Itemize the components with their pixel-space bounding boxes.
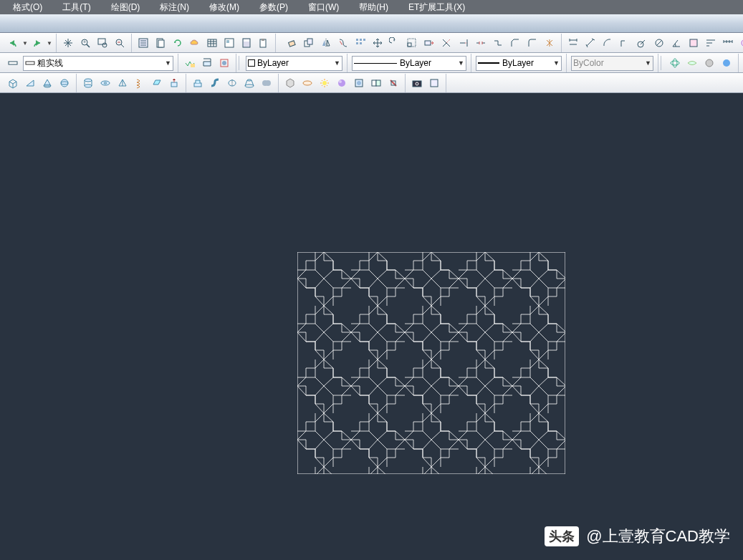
cloud-button[interactable]: [187, 35, 203, 51]
loft-button[interactable]: [241, 75, 257, 91]
material-button[interactable]: [334, 75, 350, 91]
menu-dimension[interactable]: 标注(N): [150, 0, 199, 15]
properties-button[interactable]: [135, 35, 151, 51]
zoom-window-button[interactable]: [95, 35, 110, 51]
cylinder-button[interactable]: [80, 75, 96, 91]
revolve-button[interactable]: [224, 75, 240, 91]
flatshot-button[interactable]: [409, 75, 425, 91]
light-button[interactable]: [317, 75, 332, 91]
section-button[interactable]: [385, 75, 401, 91]
dim-diameter-button[interactable]: [651, 35, 667, 51]
join-button[interactable]: [490, 35, 506, 51]
dim-continue-button[interactable]: [720, 35, 736, 51]
paste-button[interactable]: [256, 35, 272, 51]
redo-button[interactable]: [29, 35, 45, 51]
dim-angular-button[interactable]: [668, 35, 684, 51]
dim-radius-button[interactable]: [634, 35, 650, 51]
move-button[interactable]: [370, 35, 385, 51]
wedge-button[interactable]: [22, 75, 38, 91]
zoom-realtime-button[interactable]: +: [77, 35, 93, 51]
linetype-combo[interactable]: ByLayer ▼: [352, 56, 466, 71]
trim-button[interactable]: [438, 35, 454, 51]
svg-point-54: [245, 85, 254, 87]
undo-dropdown[interactable]: ▼: [21, 40, 29, 47]
hide-button[interactable]: [684, 55, 700, 71]
menu-modify[interactable]: 修改(M): [199, 0, 249, 15]
layer-previous-button[interactable]: [199, 55, 215, 71]
dim-aligned-button[interactable]: [583, 35, 598, 51]
svg-point-57: [303, 81, 312, 85]
menu-help[interactable]: 帮助(H): [349, 0, 398, 15]
redo-dropdown[interactable]: ▼: [46, 40, 53, 47]
sheet-set-button[interactable]: [153, 35, 168, 51]
erase-button[interactable]: [284, 35, 299, 51]
layout-tool-button[interactable]: [426, 75, 442, 91]
calculator-button[interactable]: [239, 35, 254, 51]
linetype-select[interactable]: 粗实线 ▼: [23, 56, 173, 71]
torus-button[interactable]: [97, 75, 113, 91]
extrude-button[interactable]: [166, 75, 182, 91]
color-select[interactable]: ByLayer ▼: [246, 56, 342, 71]
plotstyle-value: ByColor: [573, 58, 642, 68]
menu-window[interactable]: 窗口(W): [298, 0, 349, 15]
subtract-button[interactable]: [282, 75, 298, 91]
3d-orbit-button[interactable]: [667, 55, 683, 71]
dim-linear-button[interactable]: [565, 35, 581, 51]
presspull-button[interactable]: [190, 75, 206, 91]
mapping-button[interactable]: [368, 75, 384, 91]
menu-format[interactable]: 格式(O): [3, 0, 52, 15]
dim-quick-button[interactable]: [686, 35, 701, 51]
planar-surface-button[interactable]: [149, 75, 165, 91]
rotate-button[interactable]: [387, 35, 403, 51]
svg-rect-22: [360, 42, 362, 44]
sphere-button[interactable]: [57, 75, 72, 91]
layout-button[interactable]: [221, 35, 237, 51]
lineweight-combo[interactable]: ByLayer ▼: [476, 56, 562, 71]
box-button[interactable]: [5, 75, 21, 91]
table-button[interactable]: [204, 35, 220, 51]
menu-parameter[interactable]: 参数(P): [249, 0, 298, 15]
menu-et-extensions[interactable]: ET扩展工具(X): [398, 0, 475, 15]
pan-button[interactable]: [60, 35, 76, 51]
undo-button[interactable]: [5, 35, 21, 51]
union-button[interactable]: [259, 75, 274, 91]
info-group: [132, 34, 276, 52]
drawing-canvas[interactable]: 头条 @上壹教育CAD教学: [0, 93, 743, 560]
cone-button[interactable]: [39, 75, 55, 91]
extend-button[interactable]: [456, 35, 471, 51]
stretch-button[interactable]: [421, 35, 437, 51]
toolbar-row-2: 粗实线 ▼ ByLayer ▼ ByLayer ▼ ByLayer ▼ ByCo…: [0, 53, 743, 73]
render-button[interactable]: [719, 55, 734, 71]
dim-space-button[interactable]: [737, 35, 743, 51]
intersect-button[interactable]: [299, 75, 315, 91]
svg-rect-2: [98, 39, 105, 44]
offset-button[interactable]: [335, 35, 351, 51]
fillet-button[interactable]: [524, 35, 540, 51]
sweep-button[interactable]: [207, 75, 223, 91]
dim-baseline-button[interactable]: [703, 35, 719, 51]
zoom-previous-button[interactable]: [112, 35, 128, 51]
refresh-button[interactable]: [170, 35, 186, 51]
array-button[interactable]: [353, 35, 368, 51]
linetype-group: ByLayer ▼: [347, 54, 471, 72]
dim-arc-button[interactable]: [600, 35, 615, 51]
shade-button[interactable]: [701, 55, 717, 71]
linetype-label: ByLayer: [400, 58, 455, 68]
layer-states-button[interactable]: [182, 55, 198, 71]
break-button[interactable]: [473, 35, 489, 51]
explode-button[interactable]: [542, 35, 557, 51]
pyramid-button[interactable]: [115, 75, 130, 91]
mirror-button[interactable]: [318, 35, 334, 51]
menu-tools[interactable]: 工具(T): [52, 0, 100, 15]
draw-tools-1: [1, 74, 77, 92]
svg-point-39: [671, 61, 679, 65]
undo-redo-group: ▼ ▼: [1, 34, 57, 52]
layer-isolate-button[interactable]: [216, 55, 232, 71]
menu-draw[interactable]: 绘图(D): [101, 0, 150, 15]
helix-button[interactable]: [132, 75, 148, 91]
dim-ordinate-button[interactable]: [617, 35, 633, 51]
copy-button[interactable]: [301, 35, 317, 51]
scale-button[interactable]: [404, 35, 420, 51]
chamfer-button[interactable]: [507, 35, 523, 51]
render-env-button[interactable]: [351, 75, 367, 91]
